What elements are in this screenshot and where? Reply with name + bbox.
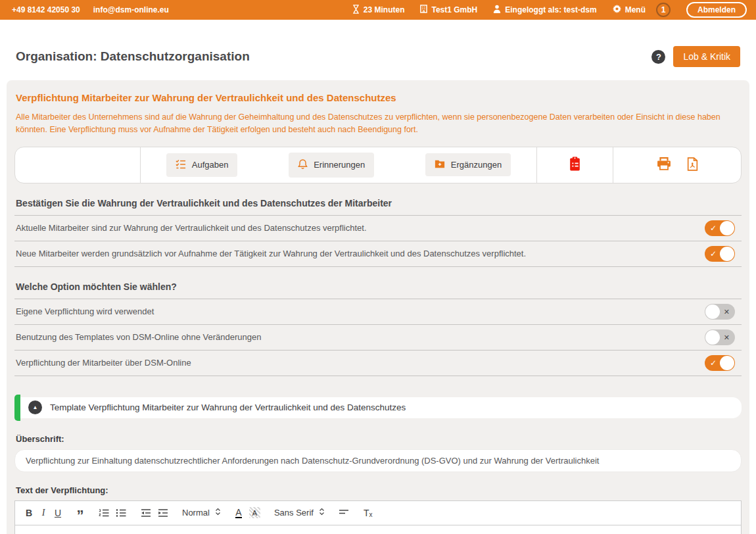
switch-row-own-obligation: Eigene Verpflichtung wird verwendet <box>14 299 742 325</box>
row-label: Aktuelle Mitarbeiter sind zur Wahrung de… <box>16 223 367 233</box>
heading-field-label: Überschrift: <box>16 434 740 444</box>
switch-row-new-employees: Neue Mitarbeiter werden grundsätzlich vo… <box>14 241 742 267</box>
switch-row-via-dsm-online: Verpflichtung der Mitarbeiter über DSM-O… <box>14 351 742 376</box>
template-panel-title: Template Verpflichtung Mitarbeiter zur W… <box>50 402 406 412</box>
clear-formatting-button[interactable] <box>362 506 375 520</box>
indent-button[interactable] <box>156 506 170 520</box>
row-label: Benutzung des Templates von DSM-Online o… <box>16 332 261 342</box>
page-header: Organisation: Datenschutzorganisation Lo… <box>0 20 756 80</box>
topbar: +49 8142 42050 30 info@dsm-online.eu 23 … <box>0 0 756 20</box>
confirm-rows: Aktuelle Mitarbeiter sind zur Wahrung de… <box>14 215 742 267</box>
print-button[interactable] <box>655 156 673 174</box>
row-label: Eigene Verpflichtung wird verwendet <box>16 306 154 316</box>
x-icon <box>724 333 730 341</box>
printer-icon <box>657 157 671 172</box>
topbar-contact: +49 8142 42050 30 info@dsm-online.eu <box>7 5 169 14</box>
building-icon <box>420 5 427 15</box>
heading-input[interactable]: Verpflichtung zur Einhaltung datenschutz… <box>14 449 742 472</box>
action-bar-empty-section <box>15 147 140 183</box>
card-description: Alle Mitarbeiter des Unternehmens sind a… <box>16 111 740 136</box>
action-bar-buttons: Aufgaben Erinnerungen Ergänzungen <box>140 147 536 183</box>
content-card: Verpflichtung Mitarbeiter zur Wahrung de… <box>7 80 749 534</box>
bullet-list-button[interactable] <box>114 506 128 520</box>
topbar-session: 23 Minuten Test1 GmbH Eingeloggt als: te… <box>352 2 749 18</box>
font-value: Sans Serif <box>274 508 314 518</box>
collapse-icon[interactable] <box>28 400 42 414</box>
hourglass-icon <box>352 5 360 16</box>
folder-plus-icon <box>435 159 445 170</box>
paragraph-format-value: Normal <box>182 508 210 518</box>
additions-button[interactable]: Ergänzungen <box>425 153 511 176</box>
switch-row-current-employees: Aktuelle Mitarbeiter sind zur Wahrung de… <box>14 216 742 241</box>
toggle-knob <box>720 247 734 261</box>
option-section-heading: Welche Option möchten Sie wählen? <box>16 281 740 292</box>
italic-button[interactable] <box>37 506 49 520</box>
feedback-button[interactable]: Lob & Kritik <box>673 46 740 67</box>
logout-button[interactable]: Abmelden <box>686 2 747 18</box>
menu-label: Menü <box>625 5 646 14</box>
option-rows: Eigene Verpflichtung wird verwendet Benu… <box>14 299 742 376</box>
bell-icon <box>298 158 308 172</box>
align-button[interactable] <box>337 506 351 520</box>
tasks-icon <box>176 159 186 171</box>
toggle-template-unchanged[interactable] <box>705 329 735 345</box>
row-label: Neue Mitarbeiter werden grundsätzlich vo… <box>16 249 526 258</box>
toggle-knob <box>720 221 734 235</box>
active-indicator-bar <box>14 395 20 421</box>
bold-button[interactable] <box>23 506 35 520</box>
pdf-file-icon <box>687 157 698 173</box>
editor-toolbar: Normal Sans Serif <box>15 501 741 525</box>
menu-button[interactable]: Menü <box>613 5 646 15</box>
check-icon <box>710 359 717 367</box>
paragraph-format-picker[interactable]: Normal <box>181 508 222 518</box>
user-icon <box>493 5 501 15</box>
card-heading: Verpflichtung Mitarbeiter zur Wahrung de… <box>16 92 740 103</box>
email-link[interactable]: info@dsm-online.eu <box>93 5 169 14</box>
help-icon[interactable] <box>651 50 665 64</box>
toggle-knob <box>720 356 734 370</box>
ordered-list-button[interactable] <box>97 506 111 520</box>
background-color-button[interactable] <box>247 506 262 520</box>
picker-caret-icon <box>319 508 325 518</box>
session-time-label: 23 Minuten <box>364 5 405 14</box>
company-indicator[interactable]: Test1 GmbH <box>420 5 477 15</box>
template-panel-header: Template Verpflichtung Mitarbeiter zur W… <box>14 395 742 421</box>
font-picker[interactable]: Sans Serif <box>273 508 326 518</box>
check-icon <box>710 224 717 232</box>
action-bar: Aufgaben Erinnerungen Ergänzungen <box>14 147 742 183</box>
row-label: Verpflichtung der Mitarbeiter über DSM-O… <box>16 358 191 368</box>
phone-link[interactable]: +49 8142 42050 30 <box>12 5 80 14</box>
page-title: Organisation: Datenschutzorganisation <box>16 49 250 64</box>
rich-text-editor: Normal Sans Serif <box>14 500 742 534</box>
toggle-new-employees[interactable] <box>705 246 735 262</box>
reminders-button[interactable]: Erinnerungen <box>289 153 374 178</box>
highlight-icon <box>249 507 260 518</box>
toggle-own-obligation[interactable] <box>705 304 735 320</box>
toggle-via-dsm-online[interactable] <box>705 355 735 371</box>
blockquote-button[interactable] <box>74 506 86 520</box>
clipboard-list-button[interactable] <box>567 155 582 175</box>
switch-row-template-unchanged: Benutzung des Templates von DSM-Online o… <box>14 325 742 351</box>
toggle-knob <box>705 304 720 319</box>
additions-label: Ergänzungen <box>451 160 502 170</box>
x-icon <box>724 308 730 315</box>
outdent-button[interactable] <box>139 506 153 520</box>
check-icon <box>710 250 717 258</box>
pdf-export-button[interactable] <box>686 156 699 174</box>
tasks-label: Aufgaben <box>192 160 229 170</box>
text-color-button[interactable] <box>233 506 245 520</box>
tasks-button[interactable]: Aufgaben <box>166 153 238 177</box>
text-field-label: Text der Verpflichtung: <box>16 485 740 495</box>
editor-content[interactable]: Es ist untersagt, personenbezogene Daten… <box>15 525 741 534</box>
session-timer: 23 Minuten <box>352 5 405 16</box>
logged-in-label: Eingeloggt als: test-dsm <box>505 5 596 14</box>
toggle-knob <box>705 330 720 345</box>
underline-button[interactable] <box>52 506 64 520</box>
company-label: Test1 GmbH <box>431 5 477 14</box>
gear-icon <box>613 5 621 15</box>
toggle-current-employees[interactable] <box>705 220 735 236</box>
picker-caret-icon <box>215 508 221 518</box>
notification-badge[interactable]: 1 <box>656 3 671 17</box>
logged-in-indicator: Eingeloggt als: test-dsm <box>493 5 596 15</box>
confirm-section-heading: Bestätigen Sie die Wahrung der Vertrauli… <box>16 198 740 208</box>
